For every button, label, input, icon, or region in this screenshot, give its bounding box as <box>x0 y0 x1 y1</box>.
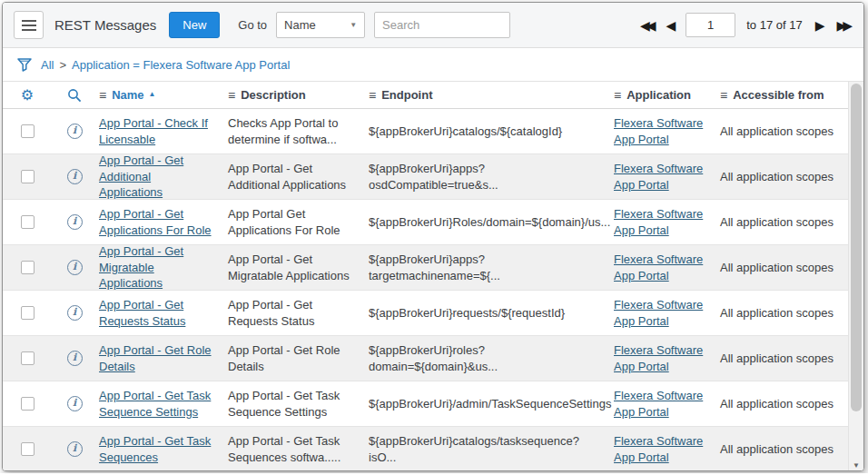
new-button[interactable]: New <box>169 12 220 38</box>
breadcrumb-all-link[interactable]: All <box>41 58 54 72</box>
info-icon[interactable]: i <box>67 305 83 321</box>
description-cell: App Portal - Get Additional Applications <box>226 154 367 199</box>
description-cell: App Portal - Get Task Sequence Settings <box>226 381 367 426</box>
breadcrumb-separator: > <box>59 58 66 72</box>
row-checkbox[interactable] <box>21 170 35 183</box>
application-link[interactable]: Flexera Software App Portal <box>614 206 709 238</box>
accessible-from-cell: All application scopes <box>718 154 848 199</box>
column-menu-icon[interactable]: ≡ <box>720 88 727 103</box>
accessible-from-cell: All application scopes <box>718 245 848 290</box>
row-checkbox[interactable] <box>21 124 35 138</box>
info-icon[interactable]: i <box>67 214 83 230</box>
accessible-from-cell: All application scopes <box>718 381 848 426</box>
column-menu-icon[interactable]: ≡ <box>369 88 376 103</box>
column-header-endpoint[interactable]: Endpoint <box>381 88 432 102</box>
row-checkbox[interactable] <box>21 397 35 411</box>
record-name-link[interactable]: App Portal - Get Role Details <box>99 342 217 374</box>
info-icon[interactable]: i <box>67 260 83 275</box>
info-icon[interactable]: i <box>67 396 83 411</box>
description-cell: App Portal - Get Role Details <box>226 336 367 381</box>
description-cell: Checks App Portal to determine if softwa… <box>226 109 367 153</box>
column-header-description[interactable]: Description <box>241 88 306 102</box>
endpoint-cell: ${appBrokerUri}requests/${requestId} <box>367 291 612 335</box>
filter-funnel-icon[interactable] <box>16 57 33 72</box>
vertical-scrollbar[interactable]: ▼ <box>848 82 863 471</box>
page-number-input[interactable] <box>686 13 735 37</box>
record-name-link[interactable]: App Portal - Get Applications For Role <box>99 206 217 238</box>
last-page-button[interactable]: ▶▶ <box>834 17 853 34</box>
table-row: i App Portal - Get Task Sequence Setting… <box>3 381 848 427</box>
application-link[interactable]: Flexera Software App Portal <box>614 297 709 329</box>
personalize-list-gear-icon[interactable]: ⚙ <box>21 88 34 103</box>
chevron-down-icon: ▼ <box>350 21 357 29</box>
endpoint-cell: ${appBrokerUri}apps?osdCompatible=true&s… <box>367 154 612 199</box>
scroll-down-button[interactable]: ▼ <box>849 458 863 471</box>
record-name-link[interactable]: App Portal - Get Task Sequences <box>99 433 217 465</box>
breadcrumb-row: All > Application = Flexera Software App… <box>3 48 863 82</box>
list-search-input[interactable] <box>374 12 510 38</box>
scrollbar-thumb[interactable] <box>851 84 862 411</box>
first-page-button[interactable]: ◀◀ <box>638 17 656 34</box>
column-search-icon[interactable] <box>67 88 82 103</box>
list-context-menu-button[interactable] <box>14 11 44 39</box>
row-checkbox[interactable] <box>21 351 35 365</box>
accessible-from-cell: All application scopes <box>718 336 848 381</box>
goto-field-select[interactable]: Name ▼ <box>276 12 365 38</box>
info-icon[interactable]: i <box>67 124 83 139</box>
sort-ascending-icon: ▲ <box>149 90 156 98</box>
description-cell: App Portal - Get Migratable Applications <box>226 245 367 290</box>
application-link[interactable]: Flexera Software App Portal <box>614 388 709 420</box>
goto-label: Go to <box>238 18 267 32</box>
application-link[interactable]: Flexera Software App Portal <box>614 161 709 193</box>
description-cell: App Portal Get Applications For Role <box>226 200 367 244</box>
record-name-link[interactable]: App Portal - Check If Licensable <box>99 115 217 147</box>
column-menu-icon[interactable]: ≡ <box>99 88 106 103</box>
row-checkbox[interactable] <box>21 261 35 274</box>
column-menu-icon[interactable]: ≡ <box>614 88 621 103</box>
row-checkbox[interactable] <box>21 442 35 456</box>
row-checkbox[interactable] <box>21 306 35 320</box>
rest-messages-list-window: REST Messages New Go to Name ▼ ◀◀ ◀ to 1… <box>2 2 864 471</box>
next-page-button[interactable]: ▶ <box>814 17 827 34</box>
info-icon[interactable]: i <box>67 351 83 366</box>
endpoint-cell: ${appBrokerUri}catalogs/${catalogId} <box>367 109 612 153</box>
breadcrumb-condition-link[interactable]: Application = Flexera Software App Porta… <box>72 58 290 72</box>
info-icon[interactable]: i <box>67 169 83 184</box>
endpoint-cell: ${appBrokerUri}apps?targetmachinename=${… <box>367 245 612 290</box>
column-header-accessible-from[interactable]: Accessible from <box>733 88 824 102</box>
application-link[interactable]: Flexera Software App Portal <box>614 115 709 147</box>
pagination-range-text: to 17 of 17 <box>746 18 802 32</box>
accessible-from-cell: All application scopes <box>718 427 848 471</box>
endpoint-cell: ${appBrokerUri}catalogs/tasksequence?isO… <box>367 427 612 471</box>
table-header-row: ⚙ ≡ Name ▲ ≡ Description ≡ <box>3 82 848 109</box>
column-menu-icon[interactable]: ≡ <box>228 88 235 103</box>
table-row: i App Portal - Get Task Sequences App Po… <box>3 427 848 471</box>
accessible-from-cell: All application scopes <box>718 291 848 335</box>
record-name-link[interactable]: App Portal - Get Requests Status <box>99 297 217 329</box>
application-link[interactable]: Flexera Software App Portal <box>614 252 709 283</box>
record-name-link[interactable]: App Portal - Get Additional Applications <box>99 154 217 199</box>
previous-page-button[interactable]: ◀ <box>664 17 677 34</box>
record-name-link[interactable]: App Portal - Get Task Sequence Settings <box>99 388 217 420</box>
info-icon[interactable]: i <box>67 441 83 457</box>
description-cell: App Portal - Get Task Sequences softwa..… <box>226 427 367 471</box>
table-row: i App Portal - Get Applications For Role… <box>3 200 848 245</box>
endpoint-cell: ${appBrokerUri}Roles/domain=${domain}/us… <box>367 200 612 244</box>
accessible-from-cell: All application scopes <box>718 200 848 244</box>
endpoint-cell: ${appBrokerUri}/admin/TaskSequenceSettin… <box>367 381 612 426</box>
table-row: i App Portal - Get Migratable Applicatio… <box>3 245 848 291</box>
column-header-name[interactable]: Name <box>112 88 143 102</box>
list-title: REST Messages <box>54 17 156 33</box>
accessible-from-cell: All application scopes <box>718 109 848 153</box>
application-link[interactable]: Flexera Software App Portal <box>614 433 709 465</box>
table-row: i App Portal - Get Requests Status App P… <box>3 291 848 336</box>
list-header-bar: REST Messages New Go to Name ▼ ◀◀ ◀ to 1… <box>3 3 863 48</box>
table-row: i App Portal - Check If Licensable Check… <box>3 109 848 154</box>
endpoint-cell: ${appBrokerUri}roles?domain=${domain}&us… <box>367 336 612 381</box>
record-name-link[interactable]: App Portal - Get Migratable Applications <box>99 245 217 290</box>
row-checkbox[interactable] <box>21 215 35 229</box>
column-header-application[interactable]: Application <box>626 88 691 102</box>
application-link[interactable]: Flexera Software App Portal <box>614 342 709 374</box>
pagination-controls: ◀◀ ◀ to 17 of 17 ▶ ▶▶ <box>638 13 853 37</box>
table-body: i App Portal - Check If Licensable Check… <box>3 109 848 471</box>
